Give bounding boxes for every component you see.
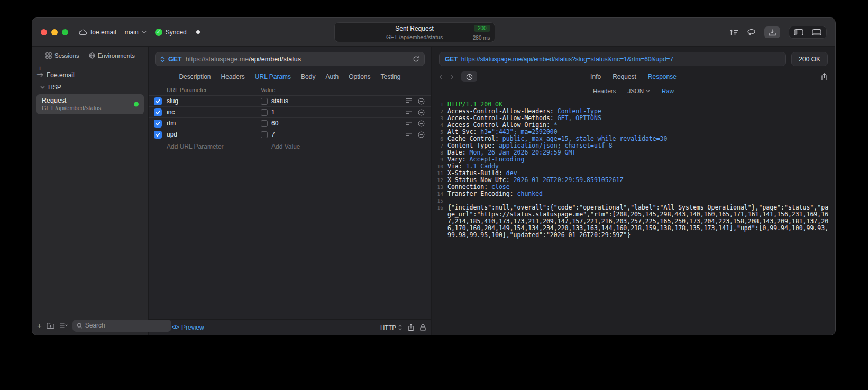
titlebar-actions [729,26,827,39]
import-tray-icon[interactable] [764,26,780,38]
subtab-label: JSON [627,88,644,94]
toggle-bottom-panel-icon[interactable] [812,29,821,36]
response-subtab-json[interactable]: JSON [627,88,650,94]
history-clock-button[interactable] [461,71,477,82]
param-checkbox[interactable] [154,97,162,105]
forward-icon[interactable] [450,74,454,80]
request-tab-testing[interactable]: Testing [381,73,401,80]
param-remove-icon[interactable] [418,120,425,127]
tree-item-hsp[interactable]: HSP [32,81,148,93]
params-table-body: slug=statusinc=1rtm=60upd=7 [149,96,431,140]
param-options-icon[interactable] [405,98,412,105]
sidebar-footer: + [32,316,148,335]
param-options-icon[interactable] [405,131,412,138]
param-name[interactable]: inc [167,108,256,116]
tab-sessions-label: Sessions [54,52,79,59]
sent-request-capsule[interactable]: Sent Request 200 GET /api/embed/status 2… [334,22,495,42]
method-stepper-icon[interactable] [160,56,165,62]
param-value[interactable]: 7 [271,131,275,138]
branch-menu[interactable]: main [125,29,147,36]
tab-environments[interactable]: Environments [89,52,135,59]
synced-check-icon: ✓ [155,29,162,36]
response-tab-request[interactable]: Request [613,73,636,80]
new-folder-icon[interactable] [47,322,54,329]
share-icon[interactable] [408,324,414,331]
params-table-header: URL Parameter Value [149,85,431,96]
refresh-icon[interactable] [413,56,419,62]
column-header-value: Value [261,87,392,93]
titlebar: foe.email main ✓ Synced Sent Request 200… [32,18,835,47]
add-request-button[interactable]: + [37,322,42,330]
request-method[interactable]: GET [168,56,182,63]
sidebar-collapse-handle[interactable]: — [37,71,43,76]
line-number: 1 [434,101,443,108]
toggle-sidebar-icon[interactable] [794,29,803,36]
param-value[interactable]: 1 [271,108,275,116]
line-number: 9 [434,156,443,163]
param-name[interactable]: rtm [167,120,256,127]
sort-list-icon[interactable] [59,322,68,329]
param-options-icon[interactable] [405,120,412,127]
preview-button[interactable]: </> Preview [172,324,204,331]
param-options-icon[interactable] [405,109,412,116]
sync-status[interactable]: ✓ Synced [155,29,187,36]
param-name[interactable]: slug [167,97,256,105]
response-raw-view[interactable]: 1HTTP/1.1 200 OK2Access-Control-Allow-He… [432,97,835,335]
param-name[interactable]: upd [167,131,256,138]
response-tab-response[interactable]: Response [648,73,677,80]
minimize-window-button[interactable] [51,29,58,35]
param-checkbox[interactable] [154,108,162,116]
param-value[interactable]: 60 [271,120,278,127]
param-value[interactable]: status [271,97,288,105]
param-checkbox[interactable] [154,131,162,139]
lasso-icon[interactable] [747,29,756,36]
param-checkbox[interactable] [154,120,162,128]
param-remove-icon[interactable] [418,109,425,116]
protocol-select[interactable]: HTTP [380,324,402,331]
back-icon[interactable] [439,74,443,80]
lock-icon[interactable] [420,324,426,331]
response-line-16: 16{"incidents":null,"overall":{"code":"o… [434,204,830,239]
param-row-upd: upd=7 [149,129,431,140]
add-param-name[interactable]: Add URL Parameter [167,143,256,150]
response-panel: GET https://statuspage.me/api/embed/stat… [432,47,835,335]
tree-item-foe-email[interactable]: Foe.email [32,69,148,81]
request-url[interactable]: https://statuspage.me/api/embed/status [186,56,409,63]
add-param-value[interactable]: Add Value [271,143,392,150]
param-remove-icon[interactable] [418,98,425,105]
tab-sessions[interactable]: Sessions [45,52,79,59]
subtab-label: Raw [662,88,674,94]
project-menu[interactable]: foe.email [79,29,116,36]
request-url-bar[interactable]: GET https://statuspage.me/api/embed/stat… [155,52,425,66]
url-path: /api/embed/status [249,56,301,63]
request-tab-body[interactable]: Body [301,73,315,80]
response-subtab-headers[interactable]: Headers [593,88,616,94]
request-tab-auth[interactable]: Auth [325,73,339,80]
project-label: foe.email [90,29,116,36]
request-tab-headers[interactable]: Headers [221,73,244,80]
response-subtab-raw[interactable]: Raw [662,88,674,94]
line-number: 5 [434,129,443,135]
response-tab-info[interactable]: Info [590,73,601,80]
request-tab-description[interactable]: Description [179,73,211,80]
line-content: Vary: Accept-Encoding [447,156,830,163]
sync-label: Synced [166,29,187,36]
tree-item-label: HSP [48,84,61,91]
sort-ascending-icon[interactable] [729,29,738,36]
request-tab-options[interactable]: Options [349,73,370,80]
code-icon: </> [172,324,179,330]
sidebar-item-request[interactable]: Request GET /api/embed/status [36,94,144,114]
line-number: 11 [434,170,443,177]
export-icon[interactable] [821,73,828,81]
param-remove-icon[interactable] [418,131,425,138]
chevron-down-icon [142,31,147,34]
history-arrows [439,74,454,80]
search-input[interactable] [85,322,167,329]
status-code-badge: 200 [474,25,490,32]
request-item-title: Request [42,97,139,104]
sent-request-url-box[interactable]: GET https://statuspage.me/api/embed/stat… [439,52,786,66]
zoom-window-button[interactable] [62,29,68,35]
close-window-button[interactable] [41,29,47,35]
request-tab-url-params[interactable]: URL Params [255,73,291,80]
preview-label: Preview [181,324,204,331]
